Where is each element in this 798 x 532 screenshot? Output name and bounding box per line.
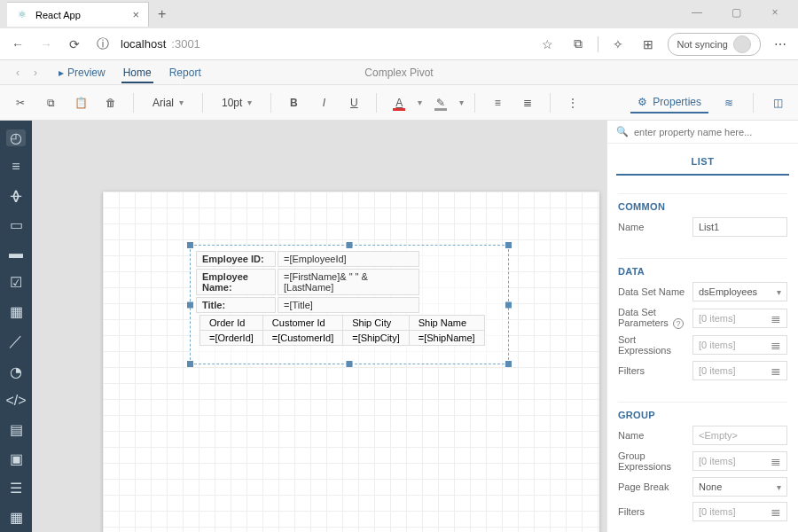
list-icon: ≣ [771, 505, 781, 519]
url-host: localhost [121, 37, 166, 51]
sidebar-item-grid[interactable]: ▦ [6, 509, 26, 526]
italic-button[interactable]: I [312, 91, 335, 114]
help-icon[interactable]: ? [673, 318, 684, 329]
prop-label-name: Name [618, 222, 687, 232]
sidebar-item-menu[interactable]: ≡ [6, 159, 26, 175]
new-tab-button[interactable]: + [158, 6, 166, 22]
chevron-down-icon[interactable]: ▾ [459, 98, 464, 107]
align-center-button[interactable]: ≣ [516, 91, 539, 114]
resize-handle[interactable] [187, 361, 193, 367]
sidebar-item-table[interactable]: ▦ [6, 303, 26, 320]
sync-status-pill[interactable]: Not syncing [668, 33, 761, 56]
tab-preview[interactable]: ▸Preview [57, 63, 107, 82]
resize-handle[interactable] [187, 242, 193, 248]
underline-button[interactable]: U [342, 91, 365, 114]
resize-handle[interactable] [187, 301, 193, 308]
sidebar-item-gauge[interactable]: ◔ [6, 364, 26, 380]
sidebar-item-list[interactable]: ☰ [6, 480, 26, 497]
sidebar-item-doc[interactable]: ▤ [6, 421, 26, 438]
chevron-down-icon[interactable]: ▾ [418, 98, 422, 107]
list-control[interactable]: Employee ID:=[EmployeeId] Employee Name:… [190, 245, 509, 364]
property-search-input[interactable] [634, 127, 789, 137]
window-minimize-button[interactable]: — [679, 0, 715, 25]
prop-label-dataset: Data Set Name [618, 286, 687, 297]
prop-value-sort[interactable]: [0 items]≣ [692, 335, 787, 355]
data-sources-button[interactable]: ≋ [717, 91, 740, 114]
prop-value-ge[interactable]: [0 items]≣ [692, 451, 787, 471]
site-info-icon[interactable]: ⓘ [92, 34, 113, 55]
sidebar-item-container[interactable]: ▭ [6, 216, 26, 233]
tab-home[interactable]: Home [121, 63, 153, 82]
browser-tab[interactable]: ⚛ React App × [7, 2, 149, 27]
window-maximize-button[interactable]: ▢ [718, 0, 754, 25]
resize-handle[interactable] [347, 242, 353, 248]
report-page[interactable]: Employee ID:=[EmployeeId] Employee Name:… [103, 192, 599, 532]
close-tab-icon[interactable]: × [132, 8, 139, 21]
tab-report[interactable]: Report [168, 63, 203, 82]
collections-icon[interactable]: ✧ [607, 34, 629, 55]
sidebar-item-line[interactable]: ／ [6, 332, 26, 351]
prop-value-params[interactable]: [0 items]≣ [692, 309, 787, 328]
table-row: Employee ID:=[EmployeeId] [196, 251, 419, 267]
sidebar-item-image[interactable]: ▣ [6, 450, 26, 467]
react-favicon: ⚛ [16, 9, 28, 21]
prop-label-pb: Page Break [618, 481, 687, 492]
search-icon: 🔍 [616, 126, 629, 137]
copy-button[interactable]: ⧉ [39, 91, 62, 114]
resize-handle[interactable] [347, 361, 353, 367]
sidebar-item-hierarchy[interactable]: ᚖ [6, 187, 26, 204]
prop-value-gname[interactable]: <Empty> [692, 426, 787, 445]
list-icon: ≣ [771, 364, 781, 378]
prop-label-ge: Group Expressions [618, 450, 687, 472]
resize-handle[interactable] [505, 301, 512, 308]
browser-menu-button[interactable]: ⋯ [770, 34, 791, 55]
property-search[interactable]: 🔍 [607, 121, 798, 144]
resize-handle[interactable] [505, 242, 512, 248]
delete-button[interactable]: 🗑 [99, 91, 122, 114]
url-display[interactable]: localhost:3001 [121, 37, 530, 51]
url-port: :3001 [171, 37, 200, 51]
paste-button[interactable]: 📋 [69, 91, 92, 114]
sidebar-item-panel[interactable]: ▬ [6, 246, 26, 262]
font-size-select[interactable]: 10pt▾ [214, 90, 260, 115]
chevron-down-icon: ▾ [179, 98, 184, 107]
sidebar-item-checkbox[interactable]: ☑ [6, 274, 26, 291]
prop-value-gfilters[interactable]: [0 items]≣ [692, 502, 787, 521]
main-area: ◴ ≡ ᚖ ▭ ▬ ☑ ▦ ／ ◔ </> ▤ ▣ ☰ ▦ ⊞ ▮▮ [0, 121, 798, 532]
font-family-select[interactable]: Arial▾ [145, 90, 192, 115]
chevron-down-icon: ▾ [247, 98, 252, 107]
designer-forward-icon: › [27, 66, 44, 79]
prop-value-filters[interactable]: [0 items]≣ [692, 361, 787, 380]
browser-tab-title: React App [35, 10, 81, 20]
favorite-icon[interactable]: ☆ [537, 34, 559, 55]
prop-value-name[interactable]: List1 [692, 217, 787, 237]
list-tab[interactable]: LIST [616, 149, 789, 176]
document-title: Complex Pivot [364, 66, 433, 79]
play-icon: ▸ [59, 66, 64, 79]
prop-value-pb[interactable]: None▾ [692, 477, 787, 497]
header-table[interactable]: Employee ID:=[EmployeeId] Employee Name:… [194, 249, 421, 315]
prop-label-sort: Sort Expressions [618, 334, 687, 356]
bold-button[interactable]: B [282, 91, 305, 114]
panel-toggle-button[interactable]: ◫ [766, 91, 789, 114]
designer-back-icon: ‹ [9, 66, 27, 79]
fill-color-button[interactable]: ✎ [429, 91, 452, 114]
cut-button[interactable]: ✂ [9, 91, 32, 114]
designer-toolbar: ✂ ⧉ 📋 🗑 Arial▾ 10pt▾ B I U A ▾ ✎ ▾ ≡ ≣ ⋮… [0, 85, 798, 121]
detail-table[interactable]: Order Id Customer Id Ship City Ship Name… [200, 315, 485, 346]
design-canvas[interactable]: Employee ID:=[EmployeeId] Employee Name:… [32, 121, 606, 532]
resize-handle[interactable] [505, 361, 512, 367]
extensions-icon[interactable]: ⊞ [638, 34, 659, 55]
sidebar-item-code[interactable]: </> [6, 393, 26, 409]
nav-back-button[interactable]: ← [7, 34, 28, 55]
properties-panel: 🔍 LIST COMMON Name List1 DATA Data Set N… [606, 121, 798, 532]
more-options-button[interactable]: ⋮ [561, 91, 584, 114]
window-close-button[interactable]: × [757, 0, 793, 25]
prop-value-dataset[interactable]: dsEmployees▾ [692, 282, 787, 301]
font-color-button[interactable]: A [387, 91, 411, 114]
align-left-button[interactable]: ≡ [486, 91, 509, 114]
nav-refresh-button[interactable]: ⟳ [64, 34, 85, 55]
properties-tab[interactable]: ⚙ Properties [630, 92, 708, 113]
sidebar-item-report[interactable]: ◴ [6, 129, 26, 146]
crop-icon[interactable]: ⧉ [567, 34, 589, 55]
